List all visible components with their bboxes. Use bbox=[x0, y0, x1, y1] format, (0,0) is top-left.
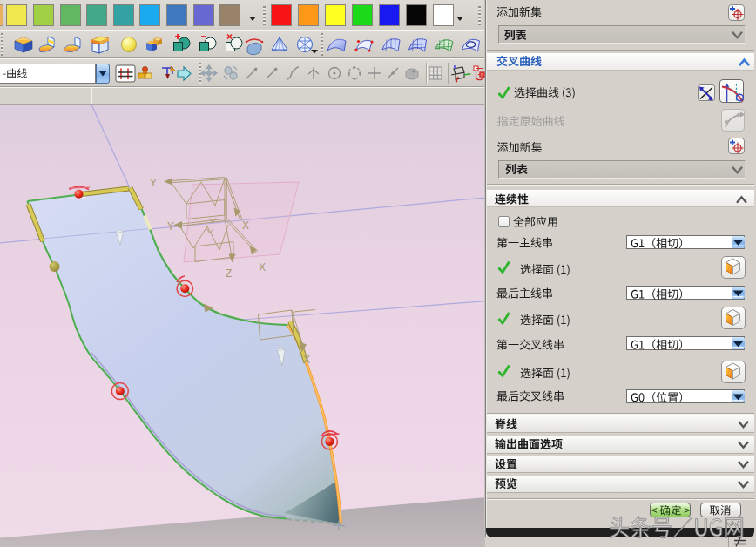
svg-text:X: X bbox=[259, 261, 266, 274]
svg-text:Z: Z bbox=[226, 267, 232, 280]
svg-text:X: X bbox=[242, 219, 249, 232]
svg-text:Y: Y bbox=[167, 220, 174, 233]
svg-text:Y: Y bbox=[150, 177, 157, 189]
svg-text:X: X bbox=[303, 354, 310, 366]
